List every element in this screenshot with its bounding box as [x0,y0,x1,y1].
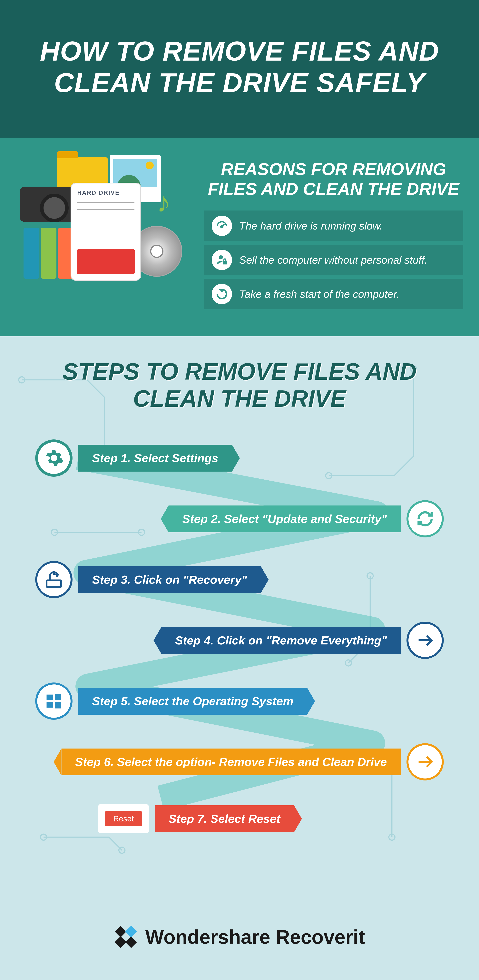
gear-icon [35,439,73,477]
recovery-icon [35,561,73,598]
hard-drive-label: HARD DRIVE [77,189,134,196]
reasons-section: ♪ HARD DRIVE REASONS FOR REMOVING FILES … [0,138,479,336]
steps-heading: STEPS TO REMOVE FILES AND CLEAN THE DRIV… [24,358,455,412]
gauge-icon [212,216,232,236]
reason-item: Sell the computer without personal stuff… [204,245,463,275]
footer: Wondershare Recoverit [0,925,479,949]
camera-icon [20,186,75,222]
infographic-container: HOW TO REMOVE FILES AND CLEAN THE DRIVE … [0,0,479,980]
wondershare-logo-icon [114,925,138,949]
svg-rect-20 [47,695,53,700]
reason-text: Sell the computer without personal stuff… [239,254,428,266]
arrow-icon [406,743,444,781]
windows-icon [35,682,73,720]
reason-text: Take a fresh start of the computer. [239,288,399,300]
header-section: HOW TO REMOVE FILES AND CLEAN THE DRIVE … [0,0,479,138]
svg-rect-26 [125,926,137,937]
reason-item: Take a fresh start of the computer. [204,279,463,309]
svg-rect-18 [47,581,61,587]
step-row: Step 4. Click on "Remove Everything" [24,622,444,659]
reset-button-icon: Reset [98,804,149,834]
svg-line-1 [222,224,224,227]
svg-rect-22 [47,702,53,708]
reset-button-label: Reset [105,811,143,826]
step-label: Step 3. Click on "Recovery" [78,566,261,593]
reasons-content: REASONS FOR REMOVING FILES AND CLEAN THE… [204,153,463,313]
steps-list: Step 1. Select Settings Step 2. Select "… [24,439,455,834]
step-row: Step 6. Select the option- Remove Files … [24,743,444,781]
step-label: Step 4. Click on "Remove Everything" [161,627,401,654]
user-lock-icon [212,250,232,270]
drive-illustration: ♪ HARD DRIVE [16,153,192,291]
hard-drive-icon: HARD DRIVE [70,183,141,281]
music-note-icon: ♪ [157,186,170,218]
binders-icon [24,228,74,279]
step-label: Step 7. Select Reset [155,805,294,832]
step-label: Step 5. Select the Operating System [78,688,307,714]
svg-rect-3 [223,261,227,265]
sync-icon [406,500,444,538]
step-row: Reset Step 7. Select Reset [98,804,455,834]
reasons-heading: REASONS FOR REMOVING FILES AND CLEAN THE… [204,159,463,199]
step-label: Step 1. Select Settings [78,445,232,472]
reason-text: The hard drive is running slow. [239,220,383,232]
svg-rect-28 [125,936,137,948]
step-label: Step 6. Select the option- Remove Files … [62,749,401,775]
step-row: Step 1. Select Settings [35,439,455,477]
steps-section: STEPS TO REMOVE FILES AND CLEAN THE DRIV… [0,336,479,857]
svg-point-2 [219,255,223,259]
main-title: HOW TO REMOVE FILES AND CLEAN THE DRIVE … [20,35,459,99]
svg-rect-27 [115,936,126,948]
reason-item: The hard drive is running slow. [204,210,463,241]
svg-rect-23 [55,702,61,708]
footer-brand: Wondershare Recoverit [145,926,365,948]
step-row: Step 5. Select the Operating System [35,682,455,720]
arrow-icon [406,622,444,659]
step-row: Step 2. Select "Update and Security" [24,500,444,538]
step-label: Step 2. Select "Update and Security" [169,506,401,532]
step-row: Step 3. Click on "Recovery" [35,561,455,598]
svg-rect-25 [115,926,126,937]
refresh-icon [212,284,232,304]
svg-rect-21 [55,694,61,700]
